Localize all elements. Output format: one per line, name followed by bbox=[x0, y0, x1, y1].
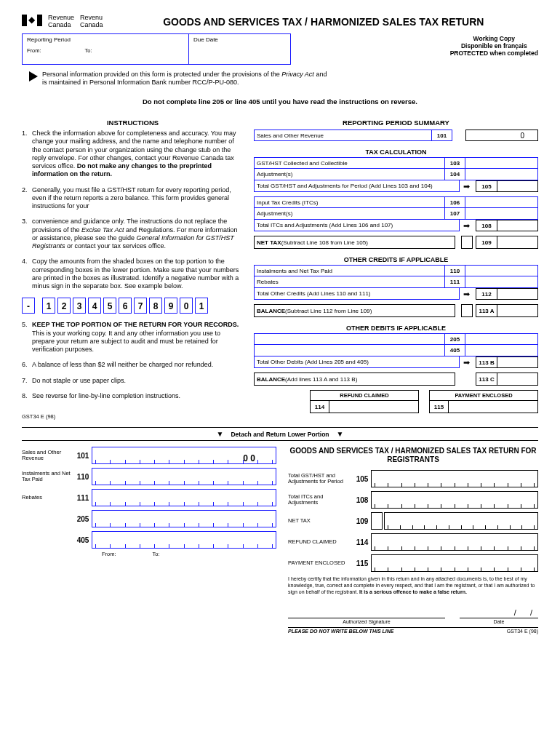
agency-fr: RevenuCanada bbox=[80, 15, 103, 29]
arrow-icon: ➡ bbox=[460, 288, 473, 300]
arrow-icon: ➡ bbox=[460, 220, 473, 231]
lower-line-115: PAYMENT ENCLOSED115 bbox=[288, 554, 538, 572]
payment-box: PAYMENT ENCLOSED 115 bbox=[429, 390, 538, 413]
lower-title: GOODS AND SERVICES TAX / HARMONIZED SALE… bbox=[288, 447, 538, 464]
lower-line-101: Sales and Other Revenue1010 0 bbox=[22, 447, 276, 464]
lower-to: To: bbox=[153, 551, 160, 557]
privacy-notice: Personal information provided on this fo… bbox=[29, 71, 538, 87]
lower-right-column: GOODS AND SERVICES TAX / HARMONIZED SALE… bbox=[288, 447, 538, 634]
from-label: From: bbox=[27, 47, 41, 54]
to-label: To: bbox=[85, 47, 92, 54]
instructions-list: 1.Check the information above for comple… bbox=[22, 130, 244, 290]
form-code-top: GST34 E (98) bbox=[22, 413, 538, 420]
line-101: Sales and Other Revenue 101 0 bbox=[254, 130, 538, 141]
lower-line-110: Instalments and Net Tax Paid110 bbox=[22, 468, 276, 485]
line-405: 405 bbox=[254, 345, 538, 356]
line-113b-total: Total Other Debits (Add Lines 205 and 40… bbox=[254, 356, 538, 368]
debits-head: OTHER DEBITS IF APPLICABLE bbox=[254, 324, 538, 332]
line-105-total: Total GST/HST and Adjustments for Period… bbox=[254, 180, 538, 192]
due-date-label: Due Date bbox=[193, 36, 286, 43]
line-111: Rebates111 bbox=[254, 276, 538, 288]
example-digits: - 1 2 3 4 5 6 7 8 9 0 1 bbox=[22, 298, 244, 314]
down-triangle-icon: ▼ bbox=[337, 430, 344, 438]
reporting-period-label: Reporting Period bbox=[27, 36, 184, 43]
line-205: 205 bbox=[254, 333, 538, 345]
lower-line-108: Total ITCs and Adjustments108 bbox=[288, 491, 538, 509]
lower-line-114: REFUND CLAIMED114 bbox=[288, 533, 538, 551]
reporting-period-box[interactable]: Reporting Period From: To: bbox=[22, 33, 189, 65]
canada-flag-icon bbox=[22, 15, 42, 26]
lower-line-109: NET TAX109 bbox=[288, 512, 538, 530]
lower-line-111: Rebates111 bbox=[22, 489, 276, 506]
summary-head: REPORTING PERIOD SUMMARY bbox=[254, 119, 538, 127]
lower-line-105: Total GST/HST and Adjustments for Period… bbox=[288, 470, 538, 487]
refund-box: REFUND CLAIMED 114 bbox=[310, 390, 419, 413]
footer-line: PLEASE DO NOT WRITE BELOW THIS LINE GST3… bbox=[288, 627, 538, 634]
arrow-icon: ➡ bbox=[460, 180, 473, 192]
line-113a-balance: BALANCE (Subtract Line 112 from Line 109… bbox=[254, 304, 538, 317]
line-106: Input Tax Credits (ITCs)106 bbox=[254, 196, 538, 208]
triangle-icon bbox=[29, 71, 38, 81]
down-triangle-icon: ▼ bbox=[217, 430, 224, 438]
header: RevenueCanada RevenuCanada GOODS AND SER… bbox=[22, 15, 538, 29]
lower-line-205: 205 bbox=[22, 510, 276, 527]
line-110: Instalments and Net Tax Paid110 bbox=[254, 265, 538, 276]
agency-en: RevenueCanada bbox=[48, 15, 74, 29]
line-104: Adjustment(s)104 bbox=[254, 169, 538, 180]
line-113c-balance: BALANCE (Add lines 113 A and 113 B) 113 … bbox=[254, 372, 538, 386]
line-112-total: Total Other Credits (Add Lines 110 and 1… bbox=[254, 288, 538, 300]
lower-left-column: Sales and Other Revenue1010 0Instalments… bbox=[22, 447, 276, 634]
instructions-list-2: 5.KEEP THE TOP PORTION OF THE RETURN FOR… bbox=[22, 321, 244, 400]
line-108-total: Total ITCs and Adjustments (Add Lines 10… bbox=[254, 220, 538, 231]
signature-line[interactable]: Authorized Signature bbox=[288, 618, 445, 624]
arrow-icon: ➡ bbox=[460, 356, 473, 368]
line-107: Adjustment(s)107 bbox=[254, 208, 538, 220]
credits-head: OTHER CREDITS IF APPLICABLE bbox=[254, 256, 538, 263]
lower-line-405: 405 bbox=[22, 531, 276, 549]
line-103: GST/HST Collected and Collectible103 bbox=[254, 157, 538, 169]
lower-from: From: bbox=[102, 551, 116, 557]
line-109-net: NET TAX (Subtract Line 108 from Line 105… bbox=[254, 236, 538, 249]
form-title: GOODS AND SERVICES TAX / HARMONIZED SALE… bbox=[109, 15, 538, 28]
warning-text: Do not complete line 205 or line 405 unt… bbox=[22, 97, 538, 105]
detach-line: ▼ Detach and Return Lower Portion ▼ bbox=[22, 427, 538, 441]
date-field[interactable]: / / bbox=[460, 608, 538, 617]
due-date-box[interactable]: Due Date bbox=[189, 33, 291, 65]
tax-calc-head: TAX CALCULATION bbox=[254, 148, 538, 156]
instructions-head: INSTRUCTIONS bbox=[22, 119, 244, 127]
top-boxes: Reporting Period From: To: Due Date Work… bbox=[22, 33, 538, 65]
certification-text: I hereby certify that the information gi… bbox=[288, 576, 538, 595]
working-copy-note: Working Copy Disponible en français PROT… bbox=[450, 33, 538, 65]
